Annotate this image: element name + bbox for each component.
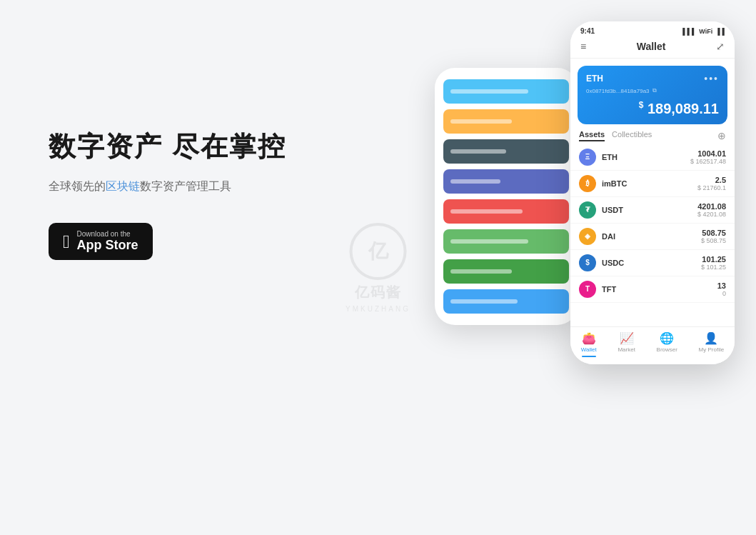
asset-balance: 508.75 $ 508.75 bbox=[701, 229, 726, 244]
apple-icon:  bbox=[63, 232, 70, 251]
color-bar bbox=[443, 199, 569, 224]
color-bar bbox=[443, 139, 569, 164]
sub-title-link[interactable]: 区块链 bbox=[106, 180, 140, 192]
nav-item-browser[interactable]: 🌐 Browser bbox=[657, 331, 677, 357]
nav-icon-my profile: 👤 bbox=[704, 331, 718, 345]
nav-item-market[interactable]: 📈 Market bbox=[618, 331, 635, 357]
appstore-button[interactable]:  Download on the App Store bbox=[49, 223, 153, 260]
asset-balance: 2.5 $ 21760.1 bbox=[697, 176, 726, 191]
asset-row[interactable]: ◈ DAI 508.75 $ 508.75 bbox=[570, 224, 735, 250]
store-text: Download on the App Store bbox=[77, 230, 138, 253]
expand-icon[interactable]: ⤢ bbox=[716, 41, 725, 52]
eth-symbol: ETH bbox=[586, 74, 603, 84]
asset-logo-imbtc: ₿ bbox=[579, 175, 596, 192]
wallet-title: Wallet bbox=[637, 41, 666, 52]
color-bar bbox=[443, 259, 569, 284]
asset-row[interactable]: Ξ ETH 1004.01 $ 162517.48 bbox=[570, 144, 735, 171]
asset-balance: 101.25 $ 101.25 bbox=[701, 255, 726, 271]
download-on-label: Download on the bbox=[77, 230, 138, 238]
watermark-logo: 亿 bbox=[350, 223, 407, 280]
add-asset-button[interactable]: ⊕ bbox=[717, 130, 726, 141]
status-time: 9:41 bbox=[580, 27, 595, 35]
nav-label-browser: Browser bbox=[657, 346, 677, 353]
tab-collectibles[interactable]: Collectibles bbox=[612, 130, 652, 141]
color-bar bbox=[443, 79, 569, 104]
asset-row[interactable]: $ USDC 101.25 $ 101.25 bbox=[570, 250, 735, 276]
hero-left: 数字资产 尽在掌控 全球领先的区块链数字资产管理工具  Download on… bbox=[49, 129, 286, 260]
asset-logo-usdt: ₮ bbox=[579, 201, 596, 219]
nav-icon-market: 📈 bbox=[620, 331, 634, 345]
asset-list: Ξ ETH 1004.01 $ 162517.48 ₿ imBTC 2.5 $ … bbox=[570, 144, 735, 303]
asset-row[interactable]: ₿ imBTC 2.5 $ 21760.1 bbox=[570, 171, 735, 197]
nav-label-my profile: My Profile bbox=[699, 346, 725, 353]
asset-name: TFT bbox=[602, 285, 712, 294]
eth-card-top: ETH ••• bbox=[586, 73, 719, 84]
nav-label-wallet: Wallet bbox=[581, 346, 597, 353]
eth-balance-amount: 189,089.11 bbox=[647, 101, 719, 116]
assets-tabs-left: Assets Collectibles bbox=[579, 130, 652, 141]
phone-back bbox=[435, 68, 578, 325]
asset-name: USDC bbox=[602, 259, 695, 267]
nav-item-my-profile[interactable]: 👤 My Profile bbox=[699, 331, 725, 357]
sub-title: 全球领先的区块链数字资产管理工具 bbox=[49, 179, 286, 194]
nav-item-wallet[interactable]: 👛 Wallet bbox=[581, 331, 597, 357]
eth-card: ETH ••• 0x0871fd3b...8418a79a3 ⧉ $ 189,0… bbox=[578, 66, 727, 124]
asset-row[interactable]: ₮ USDT 4201.08 $ 4201.08 bbox=[570, 197, 735, 224]
asset-balance: 1004.01 $ 162517.48 bbox=[690, 149, 726, 165]
asset-name: ETH bbox=[602, 153, 685, 161]
asset-logo-usdc: $ bbox=[579, 254, 596, 271]
watermark-text2: YMKUZHANG bbox=[346, 305, 410, 313]
nav-label-market: Market bbox=[618, 346, 635, 353]
asset-balance: 4201.08 $ 4201.08 bbox=[697, 202, 726, 218]
signal-icon: ▌▌▌ bbox=[682, 28, 696, 35]
asset-logo-dai: ◈ bbox=[579, 228, 596, 245]
eth-balance: $ 189,089.11 bbox=[586, 100, 719, 117]
color-bar bbox=[443, 109, 569, 134]
eth-dots: ••• bbox=[704, 73, 719, 84]
assets-tabs-header: Assets Collectibles ⊕ bbox=[570, 124, 735, 144]
color-bar bbox=[443, 289, 569, 314]
wifi-icon: WiFi bbox=[699, 28, 712, 35]
tab-assets[interactable]: Assets bbox=[579, 130, 605, 141]
phone-header: ≡ Wallet ⤢ bbox=[570, 38, 735, 59]
asset-balance: 13 0 bbox=[717, 281, 726, 297]
main-title: 数字资产 尽在掌控 bbox=[49, 129, 286, 165]
color-bar bbox=[443, 169, 569, 194]
asset-row[interactable]: T TFT 13 0 bbox=[570, 276, 735, 303]
eth-address: 0x0871fd3b...8418a79a3 ⧉ bbox=[586, 87, 719, 94]
asset-logo-eth: Ξ bbox=[579, 149, 596, 166]
battery-icon: ▐▐ bbox=[715, 28, 725, 35]
assets-section: Assets Collectibles ⊕ Ξ ETH 1004.01 $ 16… bbox=[570, 124, 735, 326]
asset-name: DAI bbox=[602, 232, 695, 241]
asset-logo-tft: T bbox=[579, 281, 596, 298]
watermark: 亿 亿码酱 YMKUZHANG bbox=[346, 223, 410, 313]
menu-icon[interactable]: ≡ bbox=[580, 41, 586, 52]
nav-active-indicator bbox=[582, 356, 596, 357]
phone-front: 9:41 ▌▌▌ WiFi ▐▐ ≡ Wallet ⤢ ETH ••• 0x08… bbox=[570, 21, 735, 364]
nav-icon-browser: 🌐 bbox=[660, 331, 674, 345]
watermark-text1: 亿码酱 bbox=[355, 283, 402, 302]
bottom-nav: 👛 Wallet 📈 Market 🌐 Browser 👤 My Profile bbox=[570, 326, 735, 364]
nav-icon-wallet: 👛 bbox=[582, 331, 596, 345]
status-bar: 9:41 ▌▌▌ WiFi ▐▐ bbox=[570, 21, 735, 38]
asset-name: imBTC bbox=[602, 179, 692, 188]
asset-name: USDT bbox=[602, 206, 692, 214]
color-bar bbox=[443, 229, 569, 254]
sub-title-prefix: 全球领先的 bbox=[49, 180, 106, 192]
sub-title-suffix: 数字资产管理工具 bbox=[140, 180, 231, 192]
app-store-label: App Store bbox=[77, 238, 138, 253]
status-icons: ▌▌▌ WiFi ▐▐ bbox=[682, 28, 725, 35]
